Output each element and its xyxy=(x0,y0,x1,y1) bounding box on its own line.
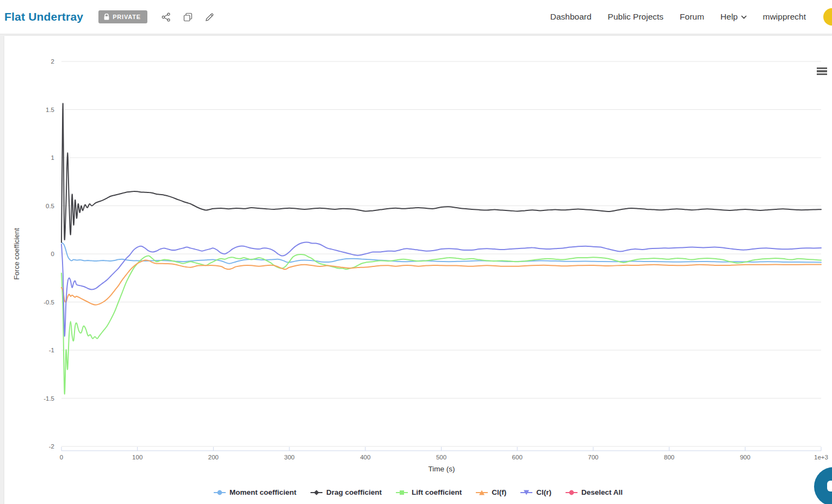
y-tick-label: 0.5 xyxy=(4,202,54,210)
y-tick-label: -0.5 xyxy=(4,298,54,306)
x-tick-label: 100 xyxy=(132,454,142,461)
copy-icon xyxy=(183,13,193,22)
main-nav: Dashboard Public Projects Forum Help mwi… xyxy=(539,8,832,26)
pencil-icon xyxy=(205,13,214,22)
chart-legend: Moment coefficientDrag coefficientLift c… xyxy=(4,488,832,496)
y-tick-label: 1 xyxy=(4,154,54,161)
nav-help[interactable]: Help xyxy=(721,12,747,22)
x-tick-label: 500 xyxy=(436,454,446,461)
chart-panel: 21.510.50-0.5-1-1.5-2 010020030040050060… xyxy=(4,36,832,504)
series-line-cl-r[interactable] xyxy=(61,242,821,337)
x-tick-label: 800 xyxy=(664,454,674,461)
x-tick-label: 400 xyxy=(360,454,370,461)
avatar[interactable] xyxy=(823,8,832,26)
y-tick-label: -2 xyxy=(4,443,54,450)
x-tick-label: 600 xyxy=(512,454,523,461)
copy-button[interactable] xyxy=(181,10,195,24)
nav-help-label: Help xyxy=(721,12,738,22)
app-header: Flat Undertray PRIVATE Dash xyxy=(0,0,832,34)
legend-item-label: Cl(r) xyxy=(536,488,551,496)
legend-item-label: Lift coefficient xyxy=(412,488,462,496)
edit-button[interactable] xyxy=(203,10,217,24)
privacy-badge-label: PRIVATE xyxy=(113,14,141,20)
nav-forum[interactable]: Forum xyxy=(680,12,704,22)
legend-marker-icon xyxy=(566,489,578,496)
legend-marker-icon xyxy=(476,489,488,496)
legend-item-cl-r[interactable]: Cl(r) xyxy=(520,488,551,496)
y-tick-label: -1 xyxy=(4,346,54,354)
legend-item-lift-coefficient[interactable]: Lift coefficient xyxy=(396,488,462,496)
nav-public-projects[interactable]: Public Projects xyxy=(608,12,664,22)
legend-item-cl-f[interactable]: Cl(f) xyxy=(476,488,506,496)
legend-item-label: Moment coefficient xyxy=(229,488,296,496)
legend-marker-icon xyxy=(520,489,532,496)
x-tick-label: 1e+3 xyxy=(814,454,828,461)
legend-marker-icon xyxy=(311,489,322,496)
series-line-moment-coefficient[interactable] xyxy=(61,242,821,264)
x-tick-label: 200 xyxy=(208,454,219,461)
series-line-lift-coefficient[interactable] xyxy=(61,254,821,394)
legend-item-deselect-all[interactable]: Deselect All xyxy=(566,488,623,496)
lock-icon xyxy=(104,14,109,20)
header-actions xyxy=(159,10,217,24)
legend-item-moment-coefficient[interactable]: Moment coefficient xyxy=(214,488,296,496)
chevron-down-icon xyxy=(741,15,747,19)
x-tick-label: 0 xyxy=(60,454,63,461)
project-title: Flat Undertray xyxy=(4,10,83,23)
nav-username[interactable]: mwipprecht xyxy=(763,12,806,22)
series-line-cl-f[interactable] xyxy=(61,260,821,304)
share-icon xyxy=(162,13,171,22)
legend-item-label: Cl(f) xyxy=(492,488,506,496)
y-tick-label: -1.5 xyxy=(4,395,54,402)
y-tick-label: 2 xyxy=(4,58,54,65)
legend-marker-icon xyxy=(396,489,408,496)
legend-item-drag-coefficient[interactable]: Drag coefficient xyxy=(311,488,382,496)
line-chart[interactable] xyxy=(61,61,821,456)
chat-icon xyxy=(825,478,832,495)
x-tick-label: 700 xyxy=(588,454,598,461)
legend-item-label: Deselect All xyxy=(581,488,623,496)
nav-dashboard[interactable]: Dashboard xyxy=(550,12,592,22)
share-button[interactable] xyxy=(159,10,173,24)
y-tick-label: 1.5 xyxy=(4,106,54,114)
legend-marker-icon xyxy=(214,489,226,496)
x-axis-title: Time (s) xyxy=(429,465,455,473)
x-tick-label: 300 xyxy=(284,454,295,461)
y-axis-title: Force coefficient xyxy=(13,228,21,279)
series-line-drag-coefficient[interactable] xyxy=(61,103,821,242)
x-tick-label: 900 xyxy=(740,454,750,461)
privacy-badge: PRIVATE xyxy=(98,10,147,23)
legend-item-label: Drag coefficient xyxy=(326,488,382,496)
